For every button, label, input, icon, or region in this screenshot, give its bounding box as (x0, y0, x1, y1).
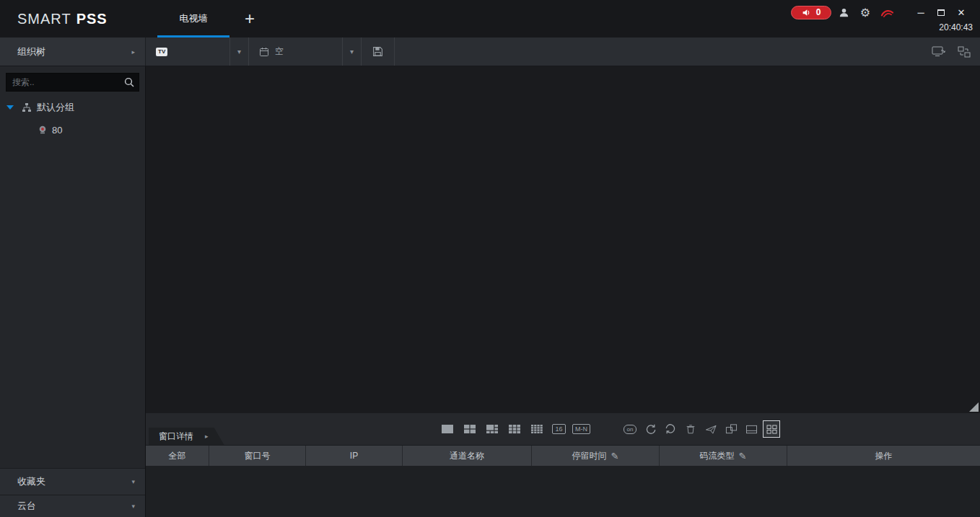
split-layout-group: 16 M-N (437, 420, 591, 438)
ptz-panel-header[interactable]: 云台 ▾ (0, 495, 145, 517)
panel-collapse-arrow-icon: ▸ (131, 48, 135, 56)
sidebar: 默认分组 80 收藏夹 ▾ 云台 ▾ (0, 66, 146, 517)
resize-handle[interactable] (969, 402, 979, 412)
grid-view-button[interactable] (763, 420, 780, 438)
send-icon (705, 424, 717, 435)
col-header-channel-name-label: 通道名称 (450, 450, 484, 462)
split-6-button[interactable] (482, 420, 502, 438)
minimize-button[interactable]: ─ (911, 3, 931, 22)
search-input[interactable] (6, 73, 139, 92)
split-custom-mn-button[interactable]: M-N (572, 420, 591, 438)
split-4-button[interactable] (460, 420, 479, 438)
alarm-badge-button[interactable]: 0 (791, 6, 831, 19)
settings-button[interactable]: ⚙ (856, 3, 875, 22)
alarm-count: 0 (816, 7, 821, 17)
split-9-button[interactable] (504, 420, 524, 438)
tree-group-label: 默认分组 (37, 101, 74, 114)
refresh-button[interactable] (662, 420, 679, 438)
tree-device-label: 80 (52, 125, 62, 136)
title-bar: SMART PSS 电视墙 + 0 ⚙ ─ (0, 0, 980, 37)
split-16-label: 16 (552, 424, 565, 434)
screen-sync-button[interactable] (928, 42, 948, 62)
app-logo: SMART PSS (0, 0, 153, 37)
save-scheme-button[interactable] (362, 37, 395, 66)
search-box (6, 73, 139, 92)
split-window-button[interactable] (722, 420, 740, 438)
stay-time-edit-icon[interactable]: ✎ (611, 451, 619, 461)
tv-wall-select[interactable]: TV ▾ (146, 37, 249, 66)
decode-on-icon: on (624, 425, 637, 434)
col-header-all-label: 全部 (169, 450, 186, 462)
screen-sync-icon (932, 45, 945, 58)
col-header-operation-label: 操作 (875, 450, 893, 462)
info-bar-icon (745, 424, 758, 435)
tv-wall-canvas[interactable] (146, 66, 980, 413)
split-window-icon (725, 423, 738, 435)
col-header-stay-time: 停留时间 ✎ (532, 446, 660, 466)
user-icon (839, 7, 849, 18)
col-header-stream-type: 码流类型 ✎ (660, 446, 787, 466)
new-tab-button[interactable]: + (234, 0, 266, 37)
save-icon (372, 46, 383, 57)
tv-wall-select-value: TV (156, 48, 229, 56)
maximize-button[interactable] (931, 3, 951, 22)
split-custom-16-button[interactable]: 16 (549, 420, 569, 438)
tv-wall-select-arrow-icon: ▾ (229, 37, 248, 66)
tree-expander-icon[interactable] (6, 105, 14, 110)
brand-button[interactable] (878, 3, 896, 22)
wall-control-toolbar: 16 M-N on (146, 413, 980, 445)
col-header-all[interactable]: 全部 (146, 446, 209, 466)
window-details-label: 窗口详情 (159, 430, 193, 443)
tab-tv-wall[interactable]: 电视墙 (153, 0, 234, 37)
org-tree-panel-header[interactable]: 组织树 ▸ (0, 37, 146, 66)
split-mn-label: M-N (572, 424, 590, 434)
tree-device-item[interactable]: 80 (0, 119, 145, 141)
window-details-tab[interactable]: 窗口详情 ▸ (149, 428, 224, 445)
brand-swoosh-icon (880, 7, 894, 18)
gear-icon: ⚙ (860, 6, 870, 19)
col-header-window-no-label: 窗口号 (245, 450, 271, 462)
search-icon[interactable] (123, 76, 135, 88)
screen-layout-icon (958, 46, 971, 58)
favorites-panel-header[interactable]: 收藏夹 ▾ (0, 468, 145, 495)
scheme-selected-text: 空 (275, 45, 284, 58)
scheme-select-value: 空 (259, 45, 342, 58)
split-16-button[interactable] (527, 420, 546, 438)
col-header-window-no: 窗口号 (209, 446, 306, 466)
scheme-icon (259, 47, 269, 57)
speaker-icon (802, 8, 811, 17)
close-button[interactable]: ✕ (951, 3, 971, 22)
favorites-label: 收藏夹 (17, 475, 45, 488)
screen-layout-button[interactable] (954, 42, 974, 62)
window-controls: ─ ✕ (911, 3, 971, 22)
wall-action-group: on (621, 420, 780, 438)
tour-button[interactable] (642, 420, 659, 438)
camera-icon (38, 125, 48, 135)
stream-type-edit-icon[interactable]: ✎ (739, 451, 747, 461)
tab-active-underline (157, 35, 229, 37)
user-button[interactable] (834, 3, 853, 22)
col-header-ip: IP (306, 446, 403, 466)
col-header-ip-label: IP (350, 451, 358, 461)
split-16-icon (530, 424, 543, 434)
tree-group-default[interactable]: 默认分组 (0, 96, 145, 119)
col-header-stay-time-label: 停留时间 (572, 450, 607, 462)
window-details-table-header: 全部 窗口号 IP 通道名称 停留时间 ✎ 码流类型 ✎ 操作 (146, 445, 980, 466)
tab-tv-wall-label: 电视墙 (180, 12, 208, 25)
ptz-label: 云台 (17, 500, 36, 513)
ptz-expand-arrow-icon: ▾ (131, 503, 135, 510)
logo-smart: SMART (17, 11, 71, 27)
split-1-button[interactable] (437, 420, 457, 438)
decode-on-button[interactable]: on (621, 420, 639, 438)
tour-icon (644, 423, 657, 435)
window-details-arrow-icon: ▸ (205, 433, 209, 440)
trash-icon (685, 423, 696, 435)
window-details-table-body (146, 466, 980, 517)
maximize-icon (937, 9, 945, 16)
split-6-icon (486, 424, 499, 434)
scheme-select[interactable]: 空 ▾ (249, 37, 362, 66)
favorites-expand-arrow-icon: ▾ (131, 478, 135, 485)
apply-button[interactable] (702, 420, 719, 438)
clear-button[interactable] (682, 420, 699, 438)
info-bar-button[interactable] (743, 420, 760, 438)
